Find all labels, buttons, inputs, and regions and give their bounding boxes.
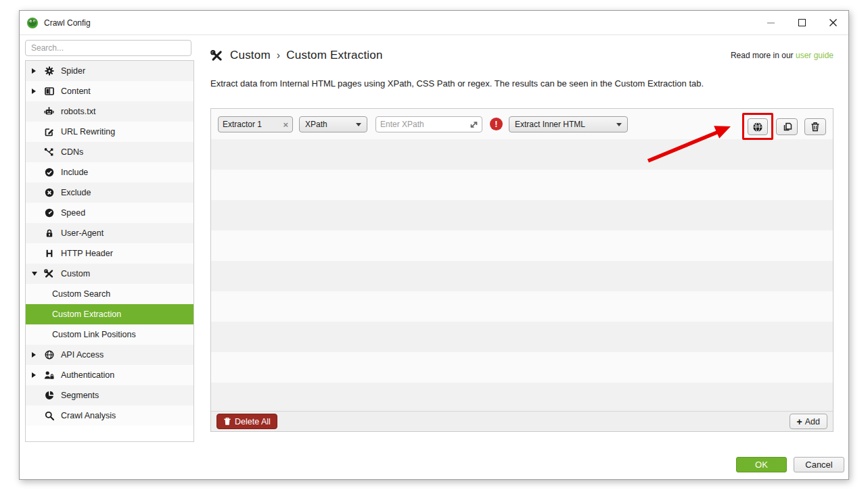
sidebar-item-label: Exclude bbox=[61, 188, 91, 197]
gear-icon bbox=[45, 66, 54, 76]
magnifier-icon bbox=[45, 411, 54, 420]
minimize-button[interactable] bbox=[755, 11, 786, 34]
caret-down-icon bbox=[356, 123, 361, 126]
window-controls bbox=[755, 11, 848, 34]
sidebar-item-include[interactable]: Include bbox=[26, 162, 193, 182]
ok-button[interactable]: OK bbox=[736, 457, 787, 472]
sidebar-item-segments[interactable]: Segments bbox=[26, 385, 193, 406]
sidebar-item-label: Authentication bbox=[61, 370, 114, 380]
extraction-mode-dropdown[interactable]: Extract Inner HTML bbox=[509, 116, 628, 132]
sidebar-item-label: API Access bbox=[61, 350, 104, 360]
extraction-mode-value: Extract Inner HTML bbox=[515, 120, 616, 129]
sidebar-item-label: Crawl Analysis bbox=[61, 411, 116, 420]
sidebar-item-speed[interactable]: Speed bbox=[26, 203, 193, 223]
check-circle-icon bbox=[45, 168, 54, 177]
search-input[interactable] bbox=[25, 40, 191, 56]
crawl-config-window: Crawl Config Spider Content bbox=[19, 10, 849, 480]
expand-arrow-icon[interactable] bbox=[32, 352, 36, 358]
sidebar-item-label: Custom bbox=[61, 269, 90, 278]
plus-icon: + bbox=[797, 416, 802, 427]
sidebar-item-label: Speed bbox=[61, 208, 85, 218]
sidebar-item-custom-extraction[interactable]: Custom Extraction bbox=[26, 304, 193, 324]
user-guide-link[interactable]: user guide bbox=[796, 51, 833, 60]
extractor-name-value: Extractor 1 bbox=[223, 120, 283, 129]
sidebar-item-cdns[interactable]: CDNs bbox=[26, 142, 193, 162]
panel-footer: Delete All + Add bbox=[211, 411, 833, 431]
pie-icon bbox=[45, 391, 54, 400]
sidebar-item-label: HTTP Header bbox=[61, 249, 113, 258]
robot-icon bbox=[44, 107, 54, 116]
breadcrumb: Custom › Custom Extraction Read more in … bbox=[210, 49, 833, 62]
tools-icon bbox=[44, 269, 54, 278]
breadcrumb-separator-icon: › bbox=[277, 49, 281, 62]
sidebar-item-label: Spider bbox=[61, 66, 85, 76]
tools-icon bbox=[210, 49, 223, 62]
sidebar-item-label: Custom Search bbox=[52, 289, 110, 299]
close-icon bbox=[829, 18, 838, 27]
description-text: Extract data from Internal HTML pages us… bbox=[210, 78, 833, 89]
app-icon bbox=[26, 17, 39, 29]
duplicate-extractor-button[interactable] bbox=[776, 118, 798, 135]
xpath-input[interactable] bbox=[380, 120, 470, 129]
agent-lock-icon bbox=[45, 228, 54, 238]
open-in-browser-button[interactable] bbox=[748, 118, 768, 135]
sidebar-item-custom-search[interactable]: Custom Search bbox=[26, 284, 193, 304]
clear-name-icon[interactable]: × bbox=[283, 120, 288, 130]
delete-all-button[interactable]: Delete All bbox=[216, 414, 277, 429]
delete-extractor-button[interactable] bbox=[804, 118, 826, 135]
expand-arrow-icon[interactable] bbox=[32, 272, 37, 276]
minimize-icon bbox=[767, 22, 775, 24]
browser-icon bbox=[752, 122, 763, 132]
close-button[interactable] bbox=[817, 11, 848, 34]
sidebar-item-api-access[interactable]: API Access bbox=[26, 345, 193, 365]
sidebar-item-custom[interactable]: Custom bbox=[26, 264, 193, 284]
page-title: Custom Extraction bbox=[286, 49, 382, 62]
sidebar-item-custom-link-positions[interactable]: Custom Link Positions bbox=[26, 324, 193, 345]
sidebar-item-http-header[interactable]: HTTP Header bbox=[26, 243, 193, 264]
expand-xpath-icon[interactable] bbox=[470, 121, 478, 128]
title-bar: Crawl Config bbox=[20, 11, 848, 35]
add-extractor-button[interactable]: + Add bbox=[790, 414, 827, 429]
extractor-name-field[interactable]: Extractor 1 × bbox=[218, 116, 293, 132]
h-icon bbox=[45, 249, 54, 258]
sidebar-item-authentication[interactable]: Authentication bbox=[26, 365, 193, 385]
trash-icon bbox=[223, 417, 231, 426]
maximize-icon bbox=[798, 19, 806, 26]
cancel-button[interactable]: Cancel bbox=[794, 457, 844, 472]
main-content: Custom › Custom Extraction Read more in … bbox=[210, 40, 833, 89]
user-lock-icon bbox=[44, 370, 54, 380]
globe-icon bbox=[45, 350, 54, 360]
extractor-type-dropdown[interactable]: XPath bbox=[299, 116, 367, 132]
duplicate-icon bbox=[782, 122, 792, 132]
error-icon: ! bbox=[490, 118, 503, 130]
sidebar-item-label: robots.txt bbox=[61, 107, 95, 116]
extractors-panel: Extractor 1 × XPath ! Extract Inner HTML bbox=[210, 108, 833, 432]
sidebar-item-label: Content bbox=[61, 87, 91, 96]
window-title: Crawl Config bbox=[44, 18, 91, 28]
cross-circle-icon bbox=[45, 188, 54, 197]
sidebar-item-exclude[interactable]: Exclude bbox=[26, 182, 193, 203]
sidebar-item-spider[interactable]: Spider bbox=[26, 61, 193, 81]
extractor-type-value: XPath bbox=[305, 120, 356, 129]
expand-arrow-icon[interactable] bbox=[32, 372, 36, 378]
sidebar-item-label: Custom Extraction bbox=[52, 310, 121, 319]
network-icon bbox=[44, 147, 54, 157]
speedometer-icon bbox=[45, 208, 54, 218]
sidebar-item-content[interactable]: Content bbox=[26, 81, 193, 101]
sidebar-item-label: Custom Link Positions bbox=[52, 330, 136, 339]
sidebar-item-robots-txt[interactable]: robots.txt bbox=[26, 101, 193, 122]
sidebar-item-url-rewriting[interactable]: URL Rewriting bbox=[26, 122, 193, 142]
sidebar-item-user-agent[interactable]: User-Agent bbox=[26, 223, 193, 243]
expand-arrow-icon[interactable] bbox=[32, 68, 36, 74]
trash-icon bbox=[810, 122, 820, 132]
sidebar: Spider Content robots.txt URL Rewriting bbox=[25, 40, 194, 442]
caret-down-icon bbox=[616, 123, 622, 126]
delete-all-label: Delete All bbox=[235, 417, 271, 426]
sidebar-item-crawl-analysis[interactable]: Crawl Analysis bbox=[26, 406, 193, 426]
expand-arrow-icon[interactable] bbox=[32, 89, 36, 94]
maximize-button[interactable] bbox=[786, 11, 817, 34]
xpath-input-wrap bbox=[375, 116, 482, 132]
sidebar-item-label: URL Rewriting bbox=[61, 127, 115, 137]
breadcrumb-parent: Custom bbox=[230, 49, 271, 62]
sidebar-list: Spider Content robots.txt URL Rewriting bbox=[25, 60, 194, 442]
